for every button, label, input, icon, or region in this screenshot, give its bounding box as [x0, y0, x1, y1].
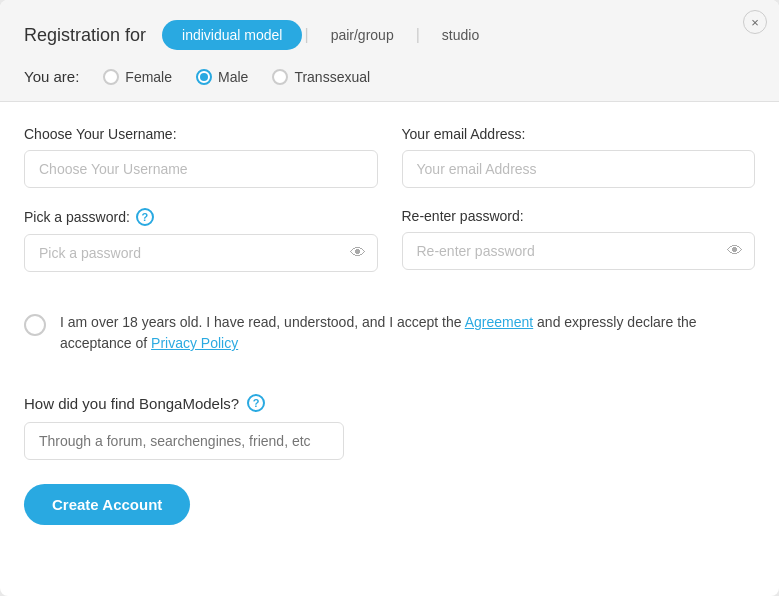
- agreement-row: I am over 18 years old. I have read, und…: [24, 312, 755, 354]
- email-label: Your email Address:: [402, 126, 756, 142]
- reenter-input[interactable]: [402, 232, 756, 270]
- gender-male[interactable]: Male: [196, 69, 248, 85]
- how-found-section: How did you find BongaModels? ?: [0, 394, 779, 480]
- form-row-2: Pick a password: ? 👁 Re-enter password: …: [24, 208, 755, 272]
- reenter-wrapper: 👁: [402, 232, 756, 270]
- header-section: Registration for individual model | pair…: [0, 0, 779, 102]
- gender-transsexual-label: Transsexual: [294, 69, 370, 85]
- form-row-1: Choose Your Username: Your email Address…: [24, 126, 755, 188]
- gender-label: You are:: [24, 68, 79, 85]
- how-found-help-icon[interactable]: ?: [247, 394, 265, 412]
- password-group: Pick a password: ? 👁: [24, 208, 378, 272]
- radio-female[interactable]: [103, 69, 119, 85]
- gender-female-label: Female: [125, 69, 172, 85]
- agreement-checkbox[interactable]: [24, 314, 46, 336]
- password-input[interactable]: [24, 234, 378, 272]
- email-input[interactable]: [402, 150, 756, 188]
- privacy-link[interactable]: Privacy Policy: [151, 335, 238, 351]
- how-found-label: How did you find BongaModels? ?: [24, 394, 755, 412]
- email-group: Your email Address:: [402, 126, 756, 188]
- agreement-text: I am over 18 years old. I have read, und…: [60, 312, 755, 354]
- tab-divider-2: |: [416, 26, 420, 44]
- agreement-section: I am over 18 years old. I have read, und…: [0, 312, 779, 394]
- main-section: Choose Your Username: Your email Address…: [0, 102, 779, 312]
- tab-divider-1: |: [304, 26, 308, 44]
- radio-transsexual[interactable]: [272, 69, 288, 85]
- agreement-link[interactable]: Agreement: [465, 314, 533, 330]
- registration-row: Registration for individual model | pair…: [24, 20, 755, 50]
- password-eye-icon[interactable]: 👁: [350, 244, 366, 262]
- password-wrapper: 👁: [24, 234, 378, 272]
- tab-pair-group[interactable]: pair/group: [311, 20, 414, 50]
- registration-modal: × Registration for individual model | pa…: [0, 0, 779, 596]
- how-found-input[interactable]: [24, 422, 344, 460]
- agreement-text-before: I am over 18 years old. I have read, und…: [60, 314, 465, 330]
- gender-transsexual[interactable]: Transsexual: [272, 69, 370, 85]
- username-input[interactable]: [24, 150, 378, 188]
- password-help-icon[interactable]: ?: [136, 208, 154, 226]
- gender-female[interactable]: Female: [103, 69, 172, 85]
- tab-studio[interactable]: studio: [422, 20, 499, 50]
- close-button[interactable]: ×: [743, 10, 767, 34]
- username-label: Choose Your Username:: [24, 126, 378, 142]
- password-label: Pick a password: ?: [24, 208, 378, 226]
- reenter-eye-icon[interactable]: 👁: [727, 242, 743, 260]
- radio-male[interactable]: [196, 69, 212, 85]
- registration-label: Registration for: [24, 25, 146, 46]
- gender-male-label: Male: [218, 69, 248, 85]
- tabs-row: individual model | pair/group | studio: [162, 20, 499, 50]
- tab-individual-model[interactable]: individual model: [162, 20, 302, 50]
- create-account-button[interactable]: Create Account: [24, 484, 190, 525]
- reenter-label: Re-enter password:: [402, 208, 756, 224]
- reenter-group: Re-enter password: 👁: [402, 208, 756, 272]
- gender-row: You are: Female Male Transsexual: [24, 68, 755, 85]
- username-group: Choose Your Username:: [24, 126, 378, 188]
- radio-male-inner: [200, 73, 208, 81]
